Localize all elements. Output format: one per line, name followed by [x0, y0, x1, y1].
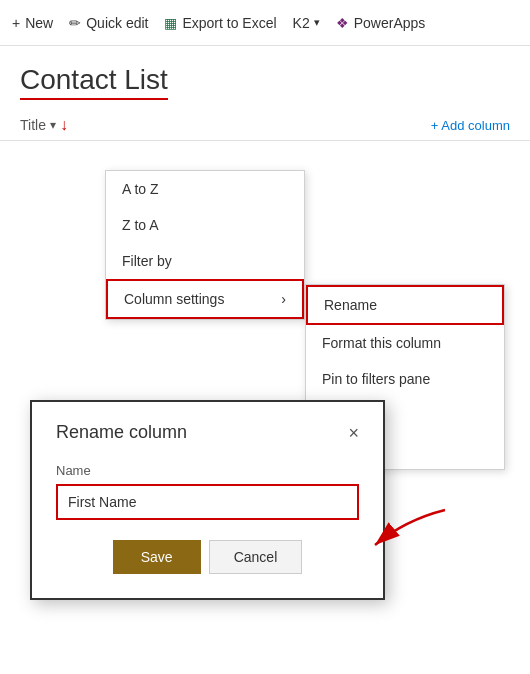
add-column-button[interactable]: + Add column: [431, 118, 510, 133]
export-button[interactable]: ▦ Export to Excel: [164, 15, 276, 31]
new-label: New: [25, 15, 53, 31]
dialog-buttons: Save Cancel: [56, 540, 359, 574]
powerapps-label: PowerApps: [354, 15, 426, 31]
new-button[interactable]: + New: [12, 15, 53, 31]
column-settings-item[interactable]: Column settings ›: [106, 279, 304, 319]
filter-by-item[interactable]: Filter by: [106, 243, 304, 279]
quick-edit-label: Quick edit: [86, 15, 148, 31]
sort-z-to-a-item[interactable]: Z to A: [106, 207, 304, 243]
cancel-button[interactable]: Cancel: [209, 540, 303, 574]
rename-column-dialog: Rename column × Name Save Cancel: [30, 400, 385, 600]
k2-label: K2: [293, 15, 310, 31]
k2-button[interactable]: K2 ▾: [293, 15, 320, 31]
quick-edit-button[interactable]: ✏ Quick edit: [69, 15, 148, 31]
title-column-header[interactable]: Title ▾ ↓: [20, 116, 68, 134]
plus-icon: +: [12, 15, 20, 31]
column-settings-label: Column settings: [124, 291, 224, 307]
powerapps-icon: ❖: [336, 15, 349, 31]
pin-filters-item[interactable]: Pin to filters pane: [306, 361, 504, 397]
pencil-icon: ✏: [69, 15, 81, 31]
name-field-label: Name: [56, 463, 359, 478]
powerapps-button[interactable]: ❖ PowerApps: [336, 15, 426, 31]
title-label: Title: [20, 117, 46, 133]
dialog-header: Rename column ×: [56, 422, 359, 443]
format-column-label: Format this column: [322, 335, 441, 351]
save-button[interactable]: Save: [113, 540, 201, 574]
chevron-right-icon: ›: [281, 291, 286, 307]
chevron-down-icon: ▾: [50, 118, 56, 132]
pin-filters-label: Pin to filters pane: [322, 371, 430, 387]
rename-item[interactable]: Rename: [306, 285, 504, 325]
sort-down-arrow-icon: ↓: [60, 116, 68, 134]
table-header: Title ▾ ↓ + Add column: [0, 110, 530, 141]
page-title: Contact List: [20, 64, 168, 100]
sort-a-to-z-label: A to Z: [122, 181, 159, 197]
filter-by-label: Filter by: [122, 253, 172, 269]
add-column-label: + Add column: [431, 118, 510, 133]
dialog-close-button[interactable]: ×: [348, 424, 359, 442]
format-column-item[interactable]: Format this column: [306, 325, 504, 361]
page-title-area: Contact List: [0, 46, 530, 110]
sort-a-to-z-item[interactable]: A to Z: [106, 171, 304, 207]
sort-z-to-a-label: Z to A: [122, 217, 159, 233]
dropdown-menu: A to Z Z to A Filter by Column settings …: [105, 170, 305, 320]
rename-label: Rename: [324, 297, 377, 313]
chevron-down-icon: ▾: [314, 16, 320, 29]
excel-icon: ▦: [164, 15, 177, 31]
toolbar: + New ✏ Quick edit ▦ Export to Excel K2 …: [0, 0, 530, 46]
name-input[interactable]: [56, 484, 359, 520]
export-label: Export to Excel: [182, 15, 276, 31]
dialog-title: Rename column: [56, 422, 187, 443]
